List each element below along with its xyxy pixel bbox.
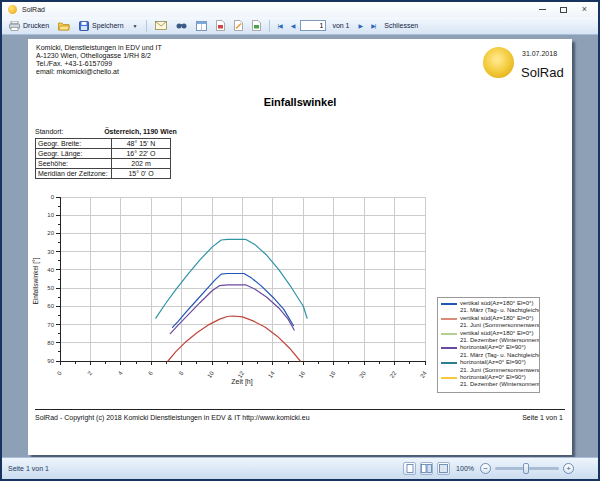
legend-swatch-line [441, 377, 457, 379]
preview-area: Komicki, Dienstleistungen in EDV und IT … [2, 35, 598, 457]
footer-divider [35, 409, 565, 410]
legend-entry: horizontal(Az=0° El=90°)21. März (Tag- u… [441, 344, 539, 359]
open-folder-icon [58, 21, 70, 31]
row-label: Meridian der Zeitzone: [36, 169, 112, 179]
legend-label: horizontal(Az=0° El=90°)21. Juni (Sommer… [460, 359, 540, 374]
report-date: 31.07.2018 [522, 50, 557, 57]
zoom-in-button[interactable]: + [563, 463, 574, 474]
export-excel-button[interactable] [249, 19, 264, 32]
close-button[interactable]: × [579, 5, 590, 14]
legend-label: vertikal süd(Az=180° El=0°)21. Dezember … [460, 330, 540, 345]
sender-block: Komicki, Dienstleistungen in EDV und IT … [36, 44, 162, 76]
x-axis-title: Zeit [h] [231, 378, 252, 386]
pdf-page-icon [216, 20, 225, 31]
prev-page-button[interactable]: ◀ [288, 21, 298, 30]
next-page-button[interactable]: ▶ [356, 21, 366, 30]
close-preview-button[interactable]: Schliessen [381, 21, 421, 30]
y-tick-label: 80 [47, 340, 54, 346]
two-page-icon [421, 464, 432, 473]
series-line [168, 316, 300, 361]
row-label: Geogr. Breite: [36, 139, 112, 149]
table-layout-icon [196, 21, 207, 31]
edit-pencil-icon [234, 20, 243, 31]
y-tick-label: 30 [47, 249, 54, 255]
page-number-input[interactable] [300, 20, 326, 31]
table-row: Geogr. Breite: 48° 15' N [36, 139, 171, 149]
zoom-slider[interactable] [495, 462, 559, 475]
last-page-button[interactable]: ▶| [368, 21, 378, 30]
save-dropdown-button[interactable]: ▼ [130, 22, 141, 30]
zoom-slider-thumb[interactable] [523, 463, 529, 474]
open-button[interactable] [55, 20, 73, 32]
save-label: Speichern [92, 22, 124, 29]
y-tick-label: 60 [47, 303, 54, 309]
y-tick-label: 50 [47, 285, 54, 291]
report-title: Einfallswinkel [28, 96, 572, 108]
location-block: Standort: Österreich, 1190 Wien Geogr. B… [35, 125, 171, 179]
legend-entry: vertikal süd(Az=180° El=0°)21. Dezember … [441, 330, 539, 345]
row-label: Seehöhe: [36, 159, 112, 169]
legend-label: horizontal(Az=0° El=90°)21. Dezember (Wi… [460, 374, 540, 389]
legend-entry: vertikal süd(Az=180° El=0°)21. Juni (Som… [441, 315, 539, 330]
fit-page-view-button[interactable] [437, 462, 450, 475]
x-tick-label: 14 [267, 370, 276, 379]
table-row: Meridian der Zeitzone: 15° 0' O [36, 169, 171, 179]
fit-page-icon [439, 464, 448, 473]
brand-name: SolRad [521, 65, 564, 80]
titlebar: SolRad × [2, 2, 598, 17]
legend-label: vertikal süd(Az=180° El=0°)21. Juni (Som… [460, 315, 540, 330]
x-tick-label: 6 [147, 370, 154, 377]
toolbar: Drucken Speichern ▼ |◀ ◀ [2, 17, 598, 35]
close-icon: × [582, 5, 587, 14]
legend-swatch-line [441, 333, 457, 335]
y-tick-label: 20 [47, 230, 54, 236]
save-button[interactable]: Speichern [76, 20, 127, 32]
first-page-button[interactable]: |◀ [275, 21, 285, 30]
legend-label: vertikal süd(Az=180° El=0°)21. März (Tag… [460, 300, 540, 315]
footer-page-number: Seite 1 von 1 [522, 414, 563, 421]
edit-page-button[interactable] [231, 19, 246, 32]
app-window: SolRad × Drucken Speichern ▼ [0, 0, 600, 481]
app-sun-icon [8, 5, 17, 14]
report-page: Komicki, Dienstleistungen in EDV und IT … [28, 39, 572, 455]
minimize-button[interactable] [537, 5, 548, 14]
zoom-out-button[interactable]: − [480, 463, 491, 474]
printer-icon [9, 21, 20, 31]
footer-copyright: SolRad - Copyright (c) 2018 Komicki Dien… [35, 414, 310, 421]
first-page-icon: |◀ [278, 22, 282, 29]
close-preview-label: Schliessen [384, 22, 418, 29]
row-value: 202 m [112, 159, 171, 169]
search-button[interactable] [173, 20, 190, 32]
print-button[interactable]: Drucken [6, 20, 52, 32]
sender-line: A-1230 Wien, Othellogasse 1/RH 8/2 [36, 52, 162, 60]
toolbar-separator [269, 20, 270, 32]
y-tick-label: 90 [47, 358, 54, 364]
export-pdf-button[interactable] [213, 19, 228, 32]
envelope-icon [155, 21, 167, 30]
x-tick-label: 22 [389, 370, 398, 379]
y-tick-label: 10 [47, 212, 54, 218]
legend-swatch-line [441, 347, 457, 349]
two-page-view-button[interactable] [420, 462, 433, 475]
print-label: Drucken [23, 22, 49, 29]
table-row: Geogr. Länge: 16° 22' O [36, 149, 171, 159]
page-setup-button[interactable] [193, 20, 210, 32]
page-of-label: von 1 [329, 21, 352, 30]
y-tick-label: 70 [47, 322, 54, 328]
x-tick-label: 18 [328, 370, 337, 379]
legend-swatch-line [441, 318, 457, 320]
standort-value: Österreich, 1190 Wien [111, 128, 170, 135]
row-label: Geogr. Länge: [36, 149, 112, 159]
x-tick-label: 10 [206, 370, 215, 379]
window-title: SolRad [22, 6, 45, 13]
next-page-icon: ▶ [359, 22, 363, 29]
row-value: 48° 15' N [112, 139, 171, 149]
sender-line: Tel./Fax. +43-1-6157099 [36, 60, 162, 68]
maximize-button[interactable] [558, 5, 569, 14]
legend-entry: horizontal(Az=0° El=90°)21. Juni (Sommer… [441, 359, 539, 374]
email-button[interactable] [152, 20, 170, 31]
chart-legend: vertikal süd(Az=180° El=0°)21. März (Tag… [437, 297, 540, 393]
minimize-icon [539, 9, 546, 10]
single-page-view-button[interactable] [403, 462, 416, 475]
y-tick-label: 0 [51, 194, 55, 200]
